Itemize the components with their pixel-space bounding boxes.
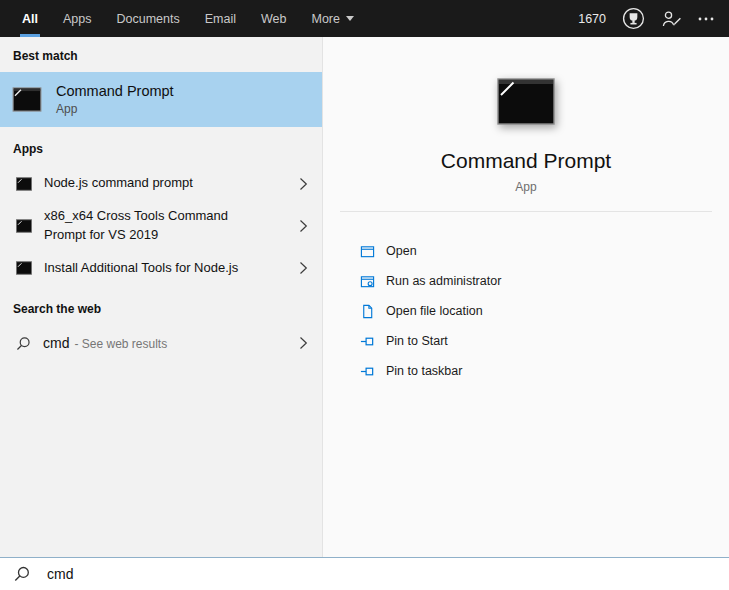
filter-tabs: All Apps Documents Email Web More xyxy=(22,0,354,37)
tab-label: All xyxy=(22,12,38,26)
command-prompt-icon xyxy=(497,78,555,125)
tab-label: Documents xyxy=(116,12,179,26)
tab-label: More xyxy=(311,12,339,26)
action-label: Run as administrator xyxy=(386,274,501,288)
search-input[interactable] xyxy=(47,566,715,582)
chevron-right-icon[interactable] xyxy=(299,261,310,275)
command-prompt-icon xyxy=(12,87,42,112)
pin-icon xyxy=(359,334,375,349)
divider xyxy=(340,211,712,212)
web-result-cmd[interactable]: cmd - See web results xyxy=(0,325,322,362)
tab-label: Apps xyxy=(63,12,92,26)
preview-panel: Command Prompt App Open xyxy=(322,37,729,557)
web-query: cmd xyxy=(43,335,69,351)
tab-documents[interactable]: Documents xyxy=(116,0,179,37)
run-as-admin-icon xyxy=(359,274,375,289)
tab-all[interactable]: All xyxy=(22,0,38,37)
tab-apps[interactable]: Apps xyxy=(63,0,92,37)
search-icon xyxy=(16,336,31,351)
best-match-item[interactable]: Command Prompt App xyxy=(0,72,322,127)
app-result-install-node-tools[interactable]: Install Additional Tools for Node.js xyxy=(0,250,322,287)
rewards-icon[interactable] xyxy=(621,6,646,31)
action-run-as-administrator[interactable]: Run as administrator xyxy=(359,266,729,296)
search-filter-bar: All Apps Documents Email Web More 1670 xyxy=(0,0,729,37)
action-label: Pin to Start xyxy=(386,334,448,348)
preview-subtitle: App xyxy=(515,180,536,194)
chevron-right-icon[interactable] xyxy=(299,219,310,233)
action-open-file-location[interactable]: Open file location xyxy=(359,296,729,326)
tab-more[interactable]: More xyxy=(311,0,353,37)
chevron-right-icon[interactable] xyxy=(299,177,310,191)
results-area: Best match Command Prompt App Apps xyxy=(0,37,729,557)
action-open[interactable]: Open xyxy=(359,236,729,266)
search-bar xyxy=(0,557,729,590)
result-label: Node.js command prompt xyxy=(44,174,193,193)
file-location-icon xyxy=(359,304,375,319)
action-pin-to-start[interactable]: Pin to Start xyxy=(359,326,729,356)
more-options-icon[interactable] xyxy=(697,16,715,22)
pin-icon xyxy=(359,364,375,379)
tab-web[interactable]: Web xyxy=(261,0,286,37)
action-pin-to-taskbar[interactable]: Pin to taskbar xyxy=(359,356,729,386)
apps-header: Apps xyxy=(0,127,322,165)
result-label: x86_x64 Cross Tools Command Prompt for V… xyxy=(44,207,262,245)
command-prompt-icon xyxy=(16,261,32,275)
search-icon xyxy=(14,566,30,582)
action-label: Open xyxy=(386,244,417,258)
context-actions: Open Run as administrator xyxy=(323,236,729,386)
search-web-header: Search the web xyxy=(0,287,322,325)
best-match-header: Best match xyxy=(0,47,322,72)
command-prompt-icon xyxy=(16,177,32,191)
preview-title: Command Prompt xyxy=(441,149,611,173)
rewards-points: 1670 xyxy=(578,12,606,26)
open-icon xyxy=(359,244,375,259)
web-suffix: - See web results xyxy=(74,337,167,351)
command-prompt-icon xyxy=(16,219,32,233)
result-label: Install Additional Tools for Node.js xyxy=(44,259,238,278)
action-label: Open file location xyxy=(386,304,483,318)
web-result-label: cmd - See web results xyxy=(43,335,167,351)
action-label: Pin to taskbar xyxy=(386,364,462,378)
feedback-icon[interactable] xyxy=(661,10,682,28)
best-match-title: Command Prompt xyxy=(56,83,174,99)
tab-email[interactable]: Email xyxy=(205,0,236,37)
tab-label: Email xyxy=(205,12,236,26)
best-match-text: Command Prompt App xyxy=(56,83,174,116)
chevron-down-icon xyxy=(346,16,354,21)
windows-search-flyout: All Apps Documents Email Web More 1670 xyxy=(0,0,729,590)
tab-label: Web xyxy=(261,12,286,26)
app-result-nodejs-prompt[interactable]: Node.js command prompt xyxy=(0,165,322,202)
topbar-actions: 1670 xyxy=(578,0,715,37)
best-match-subtitle: App xyxy=(56,102,174,116)
chevron-right-icon[interactable] xyxy=(299,336,310,350)
results-list-panel: Best match Command Prompt App Apps xyxy=(0,37,322,557)
app-result-vs-cross-tools[interactable]: x86_x64 Cross Tools Command Prompt for V… xyxy=(0,202,322,250)
